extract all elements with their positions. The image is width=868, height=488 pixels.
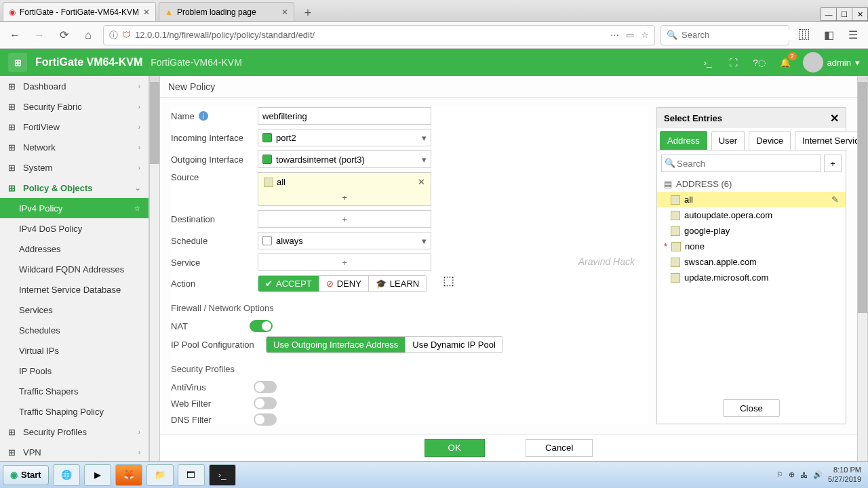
edit-icon[interactable]: ✎ [831, 195, 839, 205]
taskbar-terminal-icon[interactable]: ›_ [209, 464, 236, 486]
add-source-button[interactable]: + [342, 192, 347, 203]
taskbar-ie-icon[interactable]: 🌐 [53, 464, 80, 486]
reader-icon[interactable]: ▭ [626, 30, 634, 40]
taskbar-media-icon[interactable]: ▶ [84, 464, 111, 486]
name-field[interactable] [258, 107, 431, 125]
sidebar-item[interactable]: ⊞System› [0, 157, 149, 178]
sidebar-item[interactable]: IPv4 DoS Policy [0, 218, 149, 239]
cli-icon[interactable]: ›_ [700, 54, 716, 70]
url-input[interactable] [135, 30, 606, 40]
sidebar-item[interactable]: ⊞VPN› [0, 442, 149, 461]
tray-clock[interactable]: 8:10 PM 5/27/2019 [828, 466, 861, 483]
library-icon[interactable]: ⿲ [795, 26, 814, 45]
address-entry[interactable]: swscan.apple.com [657, 254, 846, 270]
address-entry[interactable]: update.microsoft.com [657, 270, 846, 285]
sidebar-scrollbar[interactable] [149, 76, 160, 461]
schedule-select[interactable]: always▾ [258, 232, 431, 249]
action-accept-button[interactable]: ✔ACCEPT [258, 276, 319, 291]
address-bar[interactable]: ⓘ 🛡 ⋯ ▭ ☆ [103, 25, 655, 45]
start-button[interactable]: ◉Start [3, 465, 49, 485]
address-entry[interactable]: all✎ [657, 192, 846, 207]
maximize-button[interactable]: ☐ [836, 7, 852, 21]
sidebar-item[interactable]: Traffic Shapers [0, 381, 149, 401]
sidebar-item[interactable]: ⊞Dashboard› [0, 76, 149, 96]
panel-tab[interactable]: Address [660, 131, 707, 150]
tray-shield-icon[interactable]: ⊕ [789, 470, 795, 479]
sidebar-item[interactable]: ⊞Security Profiles› [0, 422, 149, 442]
notifications-icon[interactable]: 🔔2 [777, 54, 793, 70]
sidebar-item[interactable]: Virtual IPs [0, 340, 149, 361]
reload-button[interactable]: ⟳ [54, 26, 73, 45]
close-icon[interactable]: ✕ [143, 7, 150, 17]
close-icon[interactable]: ✕ [281, 7, 288, 17]
antivirus-toggle[interactable] [254, 381, 277, 393]
sidebar-item[interactable]: ⊞Security Fabric› [0, 96, 149, 117]
sidebar-item[interactable]: IPv4 Policy☆ [0, 198, 149, 218]
sidebar-item[interactable]: Internet Service Database [0, 279, 149, 300]
panel-tab[interactable]: Device [749, 131, 791, 150]
taskbar-firefox-icon[interactable]: 🦊 [115, 464, 142, 486]
taskbar-app-icon[interactable]: 🗔 [178, 464, 205, 486]
tray-flag-icon[interactable]: ⚐ [776, 470, 783, 479]
help-icon[interactable]: ?◌ [751, 54, 768, 70]
sidebar-item[interactable]: ⊞Network› [0, 137, 149, 157]
ippool-outgoing-button[interactable]: Use Outgoing Interface Address [267, 337, 405, 352]
cancel-button[interactable]: Cancel [526, 439, 593, 457]
tray-network-icon[interactable]: 🖧 [800, 471, 808, 479]
panel-search-input[interactable] [661, 155, 821, 172]
panel-tab[interactable]: Internet Service [795, 131, 857, 150]
info-icon[interactable]: ⓘ [109, 29, 118, 41]
action-deny-button[interactable]: ⊘DENY [319, 276, 368, 291]
outgoing-interface-select[interactable]: towardsinternet (port3)▾ [258, 150, 431, 168]
source-field[interactable]: all✕ + ⬚ [258, 172, 431, 206]
sidebar-item[interactable]: ⊞Policy & Objects⌄ [0, 178, 149, 198]
action-learn-button[interactable]: 🎓LEARN [368, 276, 426, 291]
remove-icon[interactable]: ✕ [418, 177, 425, 187]
panel-tab[interactable]: User [711, 131, 745, 150]
sidebar-item[interactable]: Wildcard FQDN Addresses [0, 259, 149, 279]
address-group-header[interactable]: ▤ADDRESS (6) [657, 176, 846, 192]
ippool-dynamic-button[interactable]: Use Dynamic IP Pool [405, 337, 502, 352]
home-button[interactable]: ⌂ [79, 26, 98, 45]
chevron-down-icon[interactable]: ▾ [422, 133, 427, 143]
sidebar-item[interactable]: ⊞FortiView› [0, 117, 149, 137]
nat-toggle[interactable] [250, 320, 273, 332]
source-chip[interactable]: all✕ [261, 176, 428, 188]
forward-button[interactable]: → [30, 26, 49, 45]
minimize-button[interactable]: — [821, 7, 837, 21]
search-input[interactable] [682, 30, 795, 40]
shield-icon[interactable]: 🛡 [122, 30, 131, 40]
chevron-down-icon[interactable]: ▾ [422, 236, 427, 246]
main-scrollbar[interactable] [857, 76, 868, 461]
sidebar-item[interactable]: Services [0, 300, 149, 320]
browser-tab-active[interactable]: ◉ FortiGate - FortiGate-VM64-KVM ✕ [3, 2, 156, 21]
star-icon[interactable]: ☆ [134, 205, 140, 212]
webfilter-toggle[interactable] [254, 397, 277, 409]
info-icon[interactable]: i [199, 111, 208, 121]
fullscreen-icon[interactable]: ⛶ [726, 54, 742, 70]
browser-tab-inactive[interactable]: ▲ Problem loading page ✕ [159, 2, 294, 21]
tray-sound-icon[interactable]: 🔊 [813, 470, 823, 479]
sidebar-item[interactable]: Addresses [0, 239, 149, 259]
close-icon[interactable]: ✕ [830, 112, 839, 125]
name-input[interactable] [262, 111, 427, 121]
user-menu[interactable]: admin ▾ [803, 52, 860, 73]
sidebar-item[interactable]: IP Pools [0, 361, 149, 381]
taskbar-explorer-icon[interactable]: 📁 [146, 464, 174, 486]
incoming-interface-select[interactable]: port2▾ [258, 129, 431, 146]
back-button[interactable]: ← [5, 26, 24, 45]
address-entry[interactable]: *none [657, 239, 846, 254]
menu-icon[interactable]: ☰ [844, 26, 863, 45]
chevron-down-icon[interactable]: ▾ [422, 155, 427, 165]
sidebar-item[interactable]: Traffic Shaping Policy [0, 401, 149, 422]
sidebar-icon[interactable]: ◧ [819, 26, 838, 45]
service-field[interactable]: + [258, 253, 431, 271]
star-icon[interactable]: ☆ [641, 30, 649, 40]
close-button[interactable]: Close [723, 399, 780, 417]
address-entry[interactable]: autoupdate.opera.com [657, 207, 846, 223]
dnsfilter-toggle[interactable] [254, 413, 277, 426]
more-icon[interactable]: ⋯ [610, 30, 619, 40]
destination-field[interactable]: + [258, 210, 431, 228]
address-entry[interactable]: google-play [657, 223, 846, 239]
add-entry-button[interactable]: + [824, 155, 842, 172]
